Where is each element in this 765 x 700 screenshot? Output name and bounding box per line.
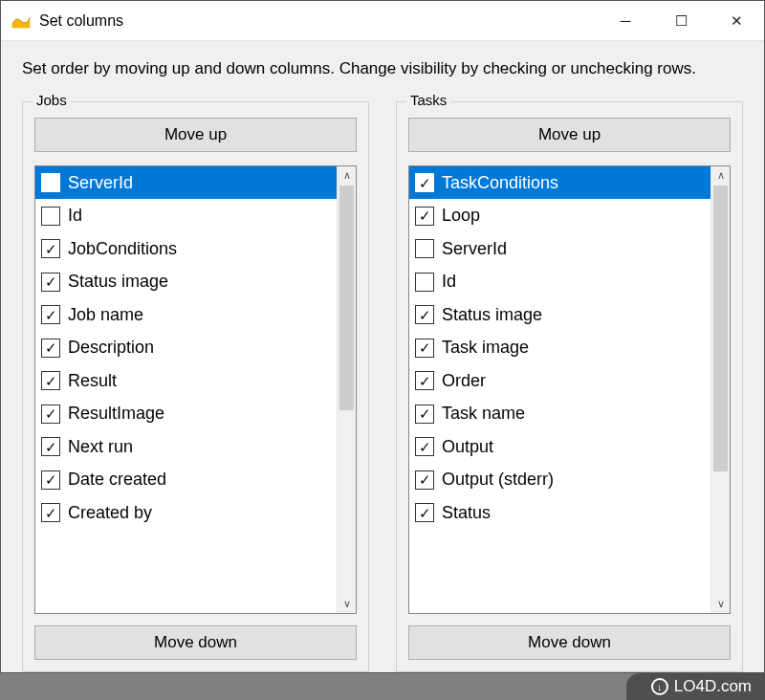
checkbox[interactable]: ✓ [415, 371, 434, 390]
scroll-track[interactable] [338, 186, 356, 594]
list-item-label: ResultImage [68, 404, 164, 424]
list-item[interactable]: Id [35, 199, 337, 232]
list-item-label: ServerId [68, 173, 133, 193]
checkbox[interactable]: ✓ [41, 405, 60, 424]
list-item[interactable]: ✓Status image [35, 265, 337, 298]
jobs-legend: Jobs [33, 92, 71, 108]
list-item-label: Order [442, 371, 486, 391]
list-item[interactable]: ✓Status [409, 496, 710, 530]
list-item-label: Next run [68, 437, 133, 457]
tasks-move-up-button[interactable]: Move up [408, 118, 731, 152]
jobs-move-up-button[interactable]: Move up [34, 118, 357, 152]
checkbox[interactable]: ✓ [41, 371, 60, 390]
list-item[interactable]: ✓Job name [35, 298, 337, 332]
checkbox[interactable]: ✓ [41, 339, 60, 358]
list-item-label: Status image [68, 272, 168, 292]
checkbox[interactable]: ✓ [41, 437, 60, 456]
close-button[interactable]: ✕ [709, 1, 764, 40]
list-item-label: Output (stderr) [442, 470, 554, 490]
list-item-label: Task name [442, 404, 525, 424]
list-item-label: Task image [442, 338, 529, 358]
window-title: Set columns [39, 12, 598, 30]
jobs-scrollbar[interactable]: ∧ ∨ [337, 166, 356, 613]
checkbox[interactable]: ✓ [415, 437, 434, 456]
scroll-down-icon[interactable]: ∨ [711, 594, 730, 613]
checkbox[interactable]: ✓ [415, 305, 434, 324]
tasks-panel: Tasks Move up ✓TaskConditions✓LoopServer… [396, 101, 743, 672]
checkbox[interactable] [415, 273, 434, 292]
list-item[interactable]: ✓Task name [409, 397, 710, 430]
list-item[interactable]: ✓Loop [409, 199, 710, 232]
list-item[interactable]: ✓Status image [409, 298, 710, 332]
scroll-thumb[interactable] [713, 186, 728, 471]
list-item[interactable]: ✓TaskConditions [409, 166, 710, 200]
scroll-thumb[interactable] [339, 186, 354, 410]
checkbox[interactable] [415, 239, 434, 258]
scroll-track[interactable] [711, 186, 730, 594]
list-item[interactable]: ✓Result [35, 364, 337, 398]
maximize-button[interactable]: ☐ [653, 1, 709, 40]
checkbox[interactable]: ✓ [415, 207, 434, 226]
list-item[interactable]: ✓Output [409, 430, 710, 464]
list-item[interactable]: ✓Date created [35, 463, 337, 496]
checkbox[interactable]: ✓ [415, 339, 434, 358]
list-item-label: TaskConditions [442, 173, 558, 193]
list-item-label: Output [442, 437, 493, 457]
list-item[interactable]: ✓Description [35, 331, 337, 364]
list-item[interactable]: ✓Next run [35, 430, 337, 464]
watermark-text: LO4D.com [674, 677, 752, 696]
checkbox[interactable]: ✓ [415, 503, 434, 522]
list-item-label: Status image [442, 305, 542, 325]
list-item-label: Id [68, 206, 82, 226]
scroll-down-icon[interactable]: ∨ [338, 594, 356, 613]
tasks-scrollbar[interactable]: ∧ ∨ [710, 166, 730, 613]
list-item[interactable]: ✓Task image [409, 331, 710, 364]
list-item-label: Job name [68, 305, 143, 325]
jobs-move-down-button[interactable]: Move down [34, 625, 357, 660]
jobs-listbox[interactable]: ServerIdId✓JobConditions✓Status image✓Jo… [34, 165, 357, 614]
tasks-move-down-button[interactable]: Move down [408, 625, 731, 660]
instructions-text: Set order by moving up and down columns.… [22, 58, 743, 80]
window-controls: ─ ☐ ✕ [598, 1, 764, 40]
scroll-up-icon[interactable]: ∧ [338, 166, 356, 186]
checkbox[interactable]: ✓ [41, 273, 60, 292]
list-item-label: Status [442, 503, 491, 523]
list-item[interactable]: ServerId [409, 232, 710, 266]
list-item[interactable]: ✓Created by [35, 496, 337, 530]
list-item[interactable]: Id [409, 265, 710, 298]
checkbox[interactable]: ✓ [41, 305, 60, 324]
list-item[interactable]: ✓ResultImage [35, 397, 337, 430]
checkbox[interactable] [41, 173, 60, 192]
list-item-label: Description [68, 338, 154, 358]
list-item-label: Loop [442, 206, 480, 226]
list-item-label: Created by [68, 503, 152, 523]
checkbox[interactable]: ✓ [41, 239, 60, 258]
content-area: Set order by moving up and down columns.… [1, 41, 764, 672]
checkbox[interactable]: ✓ [41, 470, 60, 490]
list-item[interactable]: ✓Output (stderr) [409, 463, 710, 496]
list-item-label: JobConditions [68, 239, 177, 259]
list-item-label: Id [442, 272, 456, 292]
list-item-label: Date created [68, 470, 166, 490]
checkbox[interactable]: ✓ [415, 470, 434, 490]
checkbox[interactable] [41, 207, 60, 226]
checkbox[interactable]: ✓ [415, 173, 434, 192]
checkbox[interactable]: ✓ [41, 503, 60, 522]
set-columns-window: Set columns ─ ☐ ✕ Set order by moving up… [0, 0, 765, 673]
tasks-listbox[interactable]: ✓TaskConditions✓LoopServerIdId✓Status im… [408, 165, 731, 614]
list-item[interactable]: ✓Order [409, 364, 710, 398]
list-item-label: Result [68, 371, 117, 391]
watermark: ↓ LO4D.com [626, 673, 765, 700]
list-item[interactable]: ServerId [35, 166, 337, 200]
app-icon [11, 11, 32, 32]
titlebar: Set columns ─ ☐ ✕ [1, 1, 764, 41]
checkbox[interactable]: ✓ [415, 405, 434, 424]
jobs-panel: Jobs Move up ServerIdId✓JobConditions✓St… [22, 101, 369, 672]
download-icon: ↓ [651, 678, 668, 695]
list-item-label: ServerId [442, 239, 507, 259]
list-item[interactable]: ✓JobConditions [35, 232, 337, 266]
minimize-button[interactable]: ─ [598, 1, 653, 40]
scroll-up-icon[interactable]: ∧ [711, 166, 730, 186]
panels-row: Jobs Move up ServerIdId✓JobConditions✓St… [22, 101, 743, 672]
tasks-legend: Tasks [406, 92, 450, 108]
